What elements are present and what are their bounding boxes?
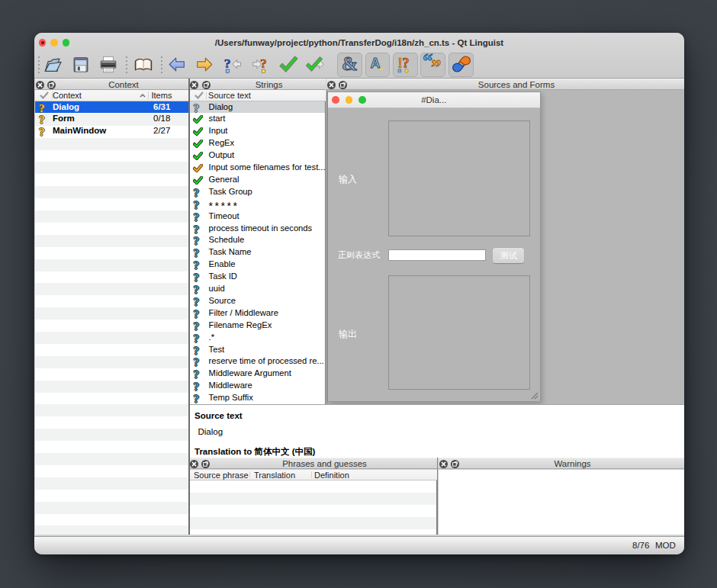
svg-text:”: ”	[431, 56, 442, 75]
svg-text:&: &	[342, 53, 358, 74]
svg-text:A: A	[370, 56, 380, 71]
svg-text:?: ?	[260, 56, 267, 71]
svg-text:?: ?	[403, 56, 410, 71]
svg-text:?: ?	[224, 56, 231, 71]
